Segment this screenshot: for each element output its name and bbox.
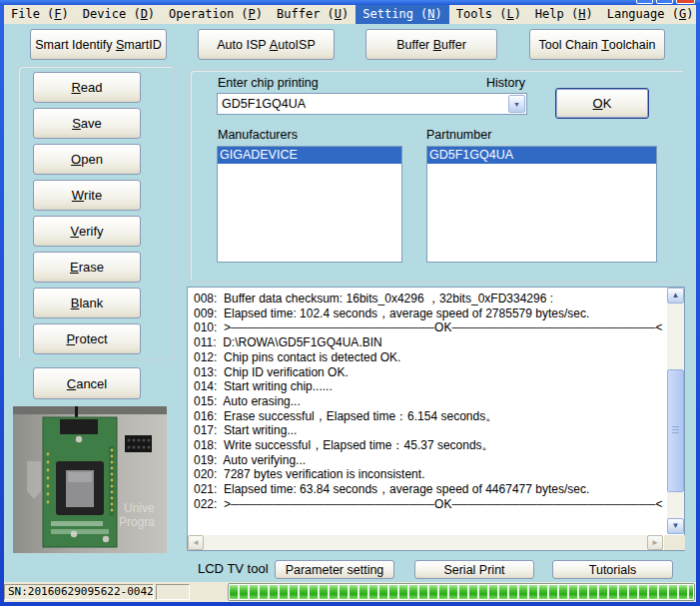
- partnumber-label: Partnumber: [426, 128, 491, 142]
- cancel-button[interactable]: Cancel: [33, 367, 141, 399]
- open-button[interactable]: Open: [33, 144, 141, 175]
- device-arrow-mark: [27, 461, 41, 499]
- log-lines: 008: Buffer data checksum: 16bits_0x4296…: [194, 292, 664, 532]
- save-button[interactable]: Save: [33, 108, 141, 139]
- menu-item-buffer[interactable]: Buffer (U): [270, 5, 355, 24]
- vertical-scroll-thumb[interactable]: [667, 369, 684, 492]
- parameter-setting-button[interactable]: Parameter setting: [275, 560, 394, 579]
- statusbar: SN:20160629095622-004296: [4, 582, 696, 602]
- thumb-grip-icon: [672, 426, 679, 435]
- menu-item-device[interactable]: Device (D): [76, 5, 162, 24]
- chevron-down-icon: ▼: [513, 101, 520, 108]
- tutorials-button[interactable]: Tutorials: [552, 560, 673, 579]
- progress-bar: [228, 583, 695, 601]
- write-button[interactable]: Write: [33, 180, 141, 211]
- scrollbar-corner: [664, 535, 685, 550]
- log-line: 019: Auto verifying...: [194, 453, 664, 468]
- partnumber-item[interactable]: GD5F1GQ4UA: [427, 147, 656, 164]
- history-label: History: [486, 76, 525, 90]
- erase-button[interactable]: Erase: [33, 252, 141, 283]
- serial-number-text: SN:20160629095622-004296: [4, 584, 154, 600]
- scroll-left-icon: ◄: [192, 539, 200, 547]
- log-line: 014: Start writing chip......: [194, 379, 664, 394]
- lcd-tv-tool-label: LCD TV tool: [198, 561, 269, 576]
- blank-button[interactable]: Blank: [33, 288, 141, 318]
- scroll-down-icon: ▼: [672, 522, 680, 530]
- scroll-right-button[interactable]: ►: [647, 535, 663, 550]
- serial-print-button[interactable]: Serial Print: [414, 560, 534, 579]
- progress-fill: [230, 585, 693, 599]
- maximize-button[interactable]: [656, 0, 673, 4]
- combo-dropdown-button[interactable]: ▼: [508, 95, 525, 113]
- menu-item-tools[interactable]: Tools (L): [449, 5, 528, 24]
- menu-item-language[interactable]: Language (G): [600, 5, 700, 24]
- manufacturers-label: Manufacturers: [218, 128, 298, 142]
- scroll-up-button[interactable]: ▲: [667, 288, 684, 303]
- pin-header: [125, 435, 152, 452]
- log-line: 020: 7287 bytes verification is inconsis…: [194, 467, 664, 482]
- scroll-right-icon: ►: [651, 539, 659, 547]
- device-caption-line1: Unive: [124, 501, 155, 515]
- minimize-button[interactable]: [636, 0, 653, 4]
- buffer-button[interactable]: Buffer Buffer: [365, 29, 497, 60]
- log-vertical-scrollbar[interactable]: ▲ ▼: [667, 288, 684, 534]
- statusbar-empty-panel: [156, 584, 190, 600]
- log-line: 011: D:\ROWA\GD5F1GQ4UA.BIN: [194, 335, 664, 350]
- scroll-left-button[interactable]: ◄: [188, 535, 204, 550]
- log-line: 016: Erase successful，Elapsed time：6.154…: [194, 409, 664, 424]
- manufacturers-list[interactable]: GIGADEVICE: [217, 146, 402, 263]
- partnumber-list[interactable]: GD5F1GQ4UA: [426, 146, 657, 263]
- app-window: File (F)Device (D)Operation (P)Buffer (U…: [0, 0, 700, 606]
- menu-item-file[interactable]: File (F): [4, 5, 76, 24]
- log-line: 008: Buffer data checksum: 16bits_0x4296…: [194, 292, 664, 306]
- manufacturer-item[interactable]: GIGADEVICE: [218, 147, 401, 164]
- scroll-up-icon: ▲: [672, 292, 680, 300]
- ok-button[interactable]: OK: [555, 88, 649, 119]
- log-line: 021: Elapsed time: 63.84 seconds，average…: [194, 482, 664, 497]
- menu-item-operation[interactable]: Operation (P): [162, 5, 270, 24]
- log-line: 013: Chip ID verification OK.: [194, 365, 664, 380]
- log-line: 015: Auto erasing...: [194, 394, 664, 409]
- smart-identify-button[interactable]: Smart Identify SmartID: [30, 29, 167, 60]
- log-line: 018: Write successful，Elapsed time：45.37…: [194, 438, 664, 453]
- close-button[interactable]: [676, 0, 695, 4]
- read-button[interactable]: Read: [33, 72, 141, 103]
- chip-printing-value: GD5F1GQ4UA: [222, 97, 306, 111]
- tool-chain-button[interactable]: Tool Chain Toolchain: [529, 29, 665, 60]
- protect-button[interactable]: Protect: [33, 323, 141, 354]
- log-line: 012: Chip pins contact is detected OK.: [194, 350, 664, 365]
- enter-chip-printing-label: Enter chip printing: [218, 76, 319, 90]
- log-line: 009: Elapsed time: 102.4 seconds，average…: [194, 306, 664, 321]
- menubar: File (F)Device (D)Operation (P)Buffer (U…: [4, 5, 696, 24]
- log-line: 010: >────────────────────────OK────────…: [194, 320, 664, 335]
- menu-item-setting[interactable]: Setting (N): [355, 5, 449, 24]
- log-horizontal-scrollbar[interactable]: ◄ ►: [188, 535, 663, 550]
- chip-printing-combobox[interactable]: GD5F1GQ4UA ▼: [217, 93, 527, 115]
- menu-item-help[interactable]: Help (H): [528, 5, 600, 24]
- device-photo-image: Unive Progra: [13, 406, 167, 553]
- auto-isp-button[interactable]: Auto ISP AutoISP: [198, 29, 335, 60]
- device-caption-line2: Progra: [119, 515, 155, 529]
- log-line: 022: >────────────────────────OK────────…: [194, 497, 664, 512]
- scroll-down-button[interactable]: ▼: [667, 518, 684, 534]
- log-line: 017: Start writing...: [194, 423, 664, 438]
- log-output[interactable]: 008: Buffer data checksum: 16bits_0x4296…: [187, 287, 685, 551]
- verify-button[interactable]: Verify: [33, 216, 141, 247]
